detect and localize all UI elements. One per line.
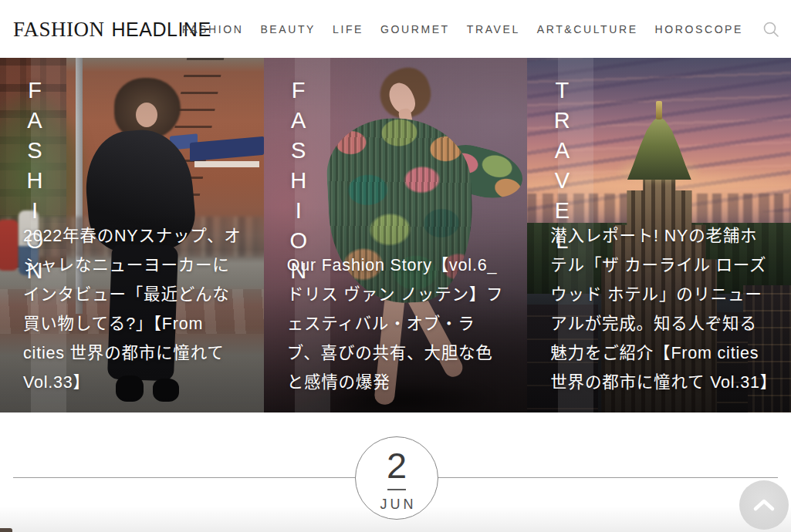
date-day: 2 [387,447,407,483]
article-title: 潜入レポート! NYの老舗ホテル「ザ カーライル ローズウッド ホテル」のリニュ… [550,221,772,397]
scroll-to-top-button[interactable] [739,480,789,530]
date-divider [387,489,406,490]
nav-item-horoscope[interactable]: HOROSCOPE [655,23,743,35]
nav-item-fashion[interactable]: FASHION [182,23,244,35]
site-header: FASHION HEADLINE FASHION BEAUTY LIFE GOU… [0,0,791,58]
article-title: Our Fashion Story【vol.6_ドリス ヴァン ノッテン】フェス… [287,251,509,397]
nav-item-gourmet[interactable]: GOURMET [380,23,450,35]
article-title: 2022年春のNYスナップ、オシャレなニューヨーカーにインタビュー「最近どんな買… [23,221,245,397]
article-card-fashion-story[interactable]: FASHION Our Fashion Story【vol.6_ドリス ヴァン … [264,58,528,412]
date-badge: 2 JUN [355,436,438,520]
next-section-peek [0,528,12,532]
hero-articles: FASHION 2022年春のNYスナップ、オシャレなニューヨーカーにインタビュ… [0,58,791,412]
nav-item-beauty[interactable]: BEAUTY [260,23,316,35]
nav-item-art-culture[interactable]: ART&CULTURE [537,23,638,35]
date-month: JUN [377,497,417,513]
chevron-up-icon [752,498,776,512]
article-card-travel-hotel[interactable]: TRAVEL 潜入レポート! NYの老舗ホテル「ザ カーライル ローズウッド ホ… [527,58,791,412]
nav-item-life[interactable]: LIFE [333,23,363,35]
article-card-ny-snap[interactable]: FASHION 2022年春のNYスナップ、オシャレなニューヨーカーにインタビュ… [0,58,264,412]
logo-fashion-text: FASHION [13,17,105,41]
nav-item-travel[interactable]: TRAVEL [467,23,520,35]
search-icon[interactable] [762,20,780,39]
page: FASHION HEADLINE FASHION BEAUTY LIFE GOU… [0,0,791,532]
main-nav: FASHION BEAUTY LIFE GOURMET TRAVEL ART&C… [182,0,780,58]
